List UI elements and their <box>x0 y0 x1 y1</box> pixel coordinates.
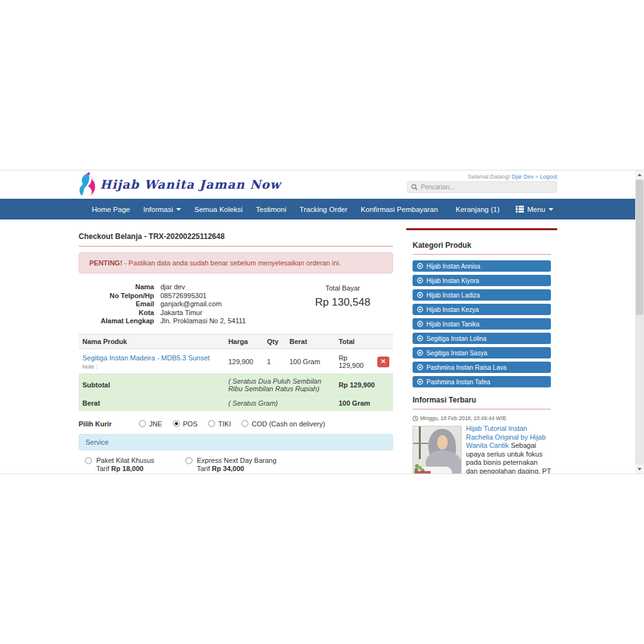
radio-icon[interactable] <box>186 457 192 464</box>
nav-home-page[interactable]: Home Page <box>92 206 130 213</box>
kurir-option-tiki[interactable]: TIKI <box>208 420 231 428</box>
field-value-nama: djar dev <box>160 283 296 292</box>
vertical-scrollbar[interactable] <box>635 170 644 474</box>
sidebar-item-segitiga-instan-sasya[interactable]: Segitiga Instan Sasya <box>413 347 551 358</box>
field-label-email: Email <box>79 300 154 309</box>
menu-button[interactable]: Menu <box>516 206 553 213</box>
circle-dot-icon <box>417 350 423 356</box>
kategori-label: Segitiga Instan Lolina <box>426 335 487 342</box>
kurir-tiki-label: TIKI <box>218 420 231 428</box>
site-logo[interactable]: Hijab Wanita Jaman Now <box>75 172 281 197</box>
cart-link[interactable]: Keranjang (1) <box>456 206 500 213</box>
kurir-cod-label: COD (Cash on delivery) <box>252 420 325 428</box>
kategori-label: Segitiga Instan Sasya <box>426 350 487 357</box>
logo-hijab-icon <box>75 172 97 197</box>
field-value-kota: Jakarta Timur <box>160 309 296 318</box>
search-input[interactable] <box>421 184 553 191</box>
radio-icon[interactable] <box>208 420 215 427</box>
alert-text: - Pastikan data anda sudah benar sebelum… <box>125 259 341 267</box>
service-option-express[interactable]: Express Next Day Barang Tarif Rp 34,000 … <box>186 457 330 475</box>
kategori-produk-title: Kategori Produk <box>413 241 551 255</box>
sidebar: Kategori Produk Hijab Instan Annisa Hija… <box>406 228 557 474</box>
sidebar-item-pashmina-instan-raisa-lava[interactable]: Pashmina Instan Raisa Lava <box>413 362 551 373</box>
sidebar-item-hijab-instan-kiyora[interactable]: Hijab Instan Kiyora <box>413 275 551 286</box>
thumb-watermark <box>414 471 431 474</box>
field-value-telpon: 085726995301 <box>160 292 296 301</box>
service-kilat-body: Paket Kilat Khusus Tarif Rp 18,000 Estim… <box>96 457 178 475</box>
col-harga: Harga <box>225 334 264 348</box>
circle-dot-icon <box>417 321 423 327</box>
informasi-terbaru-title: Informasi Terbaru <box>413 396 551 409</box>
product-name-cell: Segitiga Instan Madeira - MDB5.3 Sunset … <box>79 348 225 374</box>
sidebar-item-hijab-instan-annisa[interactable]: Hijab Instan Annisa <box>413 260 551 272</box>
kurir-option-cod[interactable]: COD (Cash on delivery) <box>242 420 325 428</box>
logout-link[interactable]: Logout <box>540 174 557 180</box>
field-value-alamat: Jln. Proklamasi No 2, 54111 <box>160 317 296 326</box>
sidebar-item-hijab-instan-ladiza[interactable]: Hijab Instan Ladiza <box>413 289 551 301</box>
circle-dot-icon <box>417 335 423 341</box>
service-express-tarif: Tarif Rp 34,000 <box>197 465 286 474</box>
product-link[interactable]: Segitiga Instan Madeira - MDB5.3 Sunset <box>82 354 209 362</box>
col-total: Total <box>335 334 374 348</box>
nav-home-page-label: Home Page <box>92 206 130 213</box>
sidebar-item-pashmina-instan-tafea[interactable]: Pashmina Instan Tafea <box>413 376 551 387</box>
nav-konfirmasi-pembayaran[interactable]: Konfirmasi Pembayaran <box>361 206 438 213</box>
service-express-name: Express Next Day Barang <box>197 457 286 465</box>
chevron-up-icon <box>638 174 641 176</box>
menu-list-icon <box>516 206 524 213</box>
search-icon <box>411 184 418 191</box>
kategori-label: Pashmina Instan Tafea <box>426 379 491 386</box>
cart-product-row: Segitiga Instan Madeira - MDB5.3 Sunset … <box>79 348 393 374</box>
kategori-list: Hijab Instan Annisa Hijab Instan Kiyora … <box>413 260 551 387</box>
tarif-value: Rp 34,000 <box>212 465 244 472</box>
sidebar-item-hijab-instan-kezya[interactable]: Hijab Instan Kezya <box>413 304 551 315</box>
nav-semua-koleksi[interactable]: Semua Koleksi <box>194 206 243 213</box>
nav-konfirmasi-pembayaran-label: Konfirmasi Pembayaran <box>361 206 438 213</box>
radio-icon[interactable] <box>85 457 92 464</box>
article-thumbnail[interactable] <box>413 426 462 474</box>
berat-label: Berat <box>79 396 225 410</box>
thumb-window-sill <box>413 443 428 444</box>
total-bayar-value: Rp 130,548 <box>296 296 390 309</box>
subtotal-row: Subtotal ( Seratus Dua Puluh Sembilan Ri… <box>79 374 393 396</box>
kategori-label: Hijab Instan Kiyora <box>426 277 479 284</box>
nav-testimoni[interactable]: Testimoni <box>256 206 287 213</box>
tarif-label: Tarif <box>96 465 109 472</box>
sidebar-item-segitiga-instan-lolina[interactable]: Segitiga Instan Lolina <box>413 333 551 344</box>
subtotal-value: Rp 129,900 <box>335 374 393 396</box>
scroll-down-button[interactable] <box>635 465 644 474</box>
thumb-plant-shape <box>415 464 419 468</box>
total-bayar-block: Total Bayar Rp 130,548 <box>296 283 390 326</box>
circle-dot-icon <box>417 263 423 269</box>
main-navbar: Home Page Informasi Semua Koleksi Testim… <box>0 199 635 219</box>
radio-checked-icon[interactable] <box>173 420 180 427</box>
nav-tracking-order[interactable]: Tracking Order <box>299 206 347 213</box>
article-date-row: Minggu, 18 Feb 2018, 10:49:44 WIB <box>413 415 551 421</box>
berat-row: Berat ( Seratus Gram) 100 Gram <box>79 396 393 410</box>
circle-dot-icon <box>417 379 423 385</box>
article-date: Minggu, 18 Feb 2018, 10:49:44 WIB <box>420 415 506 421</box>
service-header: Service <box>79 434 393 450</box>
service-kilat-estimasi: Estimasi sampai 1-2 HARI hari <box>96 474 178 475</box>
nav-informasi[interactable]: Informasi <box>143 206 181 213</box>
chevron-down-icon <box>548 208 553 211</box>
thumb-face-shape <box>437 435 448 450</box>
clock-icon <box>413 416 418 421</box>
kategori-label: Hijab Instan Kezya <box>426 306 479 313</box>
product-qty-cell: 1 <box>263 348 286 374</box>
sidebar-item-hijab-instan-tanika[interactable]: Hijab Instan Tanika <box>413 318 551 330</box>
user-link[interactable]: Djar Dev <box>511 174 533 180</box>
scrollbar-thumb[interactable] <box>636 180 643 315</box>
nav-tracking-order-label: Tracking Order <box>299 206 347 213</box>
kurir-option-pos[interactable]: POS <box>173 420 197 428</box>
delete-item-button[interactable]: ✕ <box>377 357 389 367</box>
field-label-nama: Nama <box>79 283 154 292</box>
kurir-option-jne[interactable]: JNE <box>139 420 162 428</box>
nav-semua-koleksi-label: Semua Koleksi <box>194 206 243 213</box>
welcome-separator: » <box>535 174 538 180</box>
scroll-up-button[interactable] <box>635 170 644 179</box>
berat-value: 100 Gram <box>335 396 393 410</box>
service-option-kilat[interactable]: Paket Kilat Khusus Tarif Rp 18,000 Estim… <box>85 457 186 475</box>
radio-icon[interactable] <box>139 420 146 427</box>
radio-icon[interactable] <box>242 420 248 427</box>
